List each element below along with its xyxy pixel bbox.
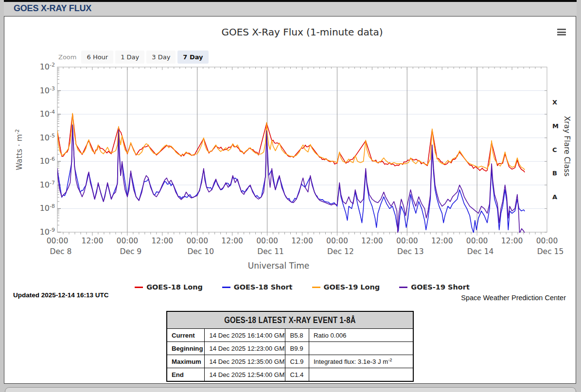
chart-legend: GOES-18 Long GOES-18 Short GOES-19 Long …: [57, 283, 547, 291]
svg-text:A: A: [552, 193, 557, 201]
table-row-beginning: Beginning 14 Dec 2025 12:23:00 GMT B9.9: [167, 342, 413, 355]
legend-item-goes18-short[interactable]: GOES-18 Short: [222, 283, 293, 291]
zoom-button-1-day[interactable]: 1 Day: [115, 51, 144, 64]
row-class: B9.9: [285, 342, 309, 355]
svg-text:00:00: 00:00: [256, 237, 278, 245]
table-row-current: Current 14 Dec 2025 16:14:00 GMT B5.8 Ra…: [167, 329, 413, 342]
row-time: 14 Dec 2025 12:23:00 GMT: [205, 342, 285, 355]
event-table-title: GOES-18 LATEST X-RAY EVENT 1-8Å: [167, 311, 413, 329]
svg-text:00:00: 00:00: [466, 237, 488, 245]
svg-text:Universal Time: Universal Time: [248, 261, 309, 271]
legend-item-goes19-long[interactable]: GOES-19 Long: [312, 283, 380, 291]
zoom-toolbar: Zoom 6 Hour 1 Day 3 Day 7 Day: [58, 51, 209, 64]
chart-title: GOES X-Ray Flux (1-minute data): [57, 26, 547, 38]
svg-text:Dec 12: Dec 12: [327, 247, 354, 256]
chart-menu-button[interactable]: [556, 29, 567, 38]
svg-text:00:00: 00:00: [117, 237, 139, 245]
svg-text:Dec 10: Dec 10: [187, 247, 214, 256]
row-class: C1.9: [285, 355, 309, 368]
legend-item-goes19-short[interactable]: GOES-19 Short: [399, 283, 470, 291]
legend-swatch-goes18-long: [135, 287, 143, 288]
svg-text:Dec 11: Dec 11: [257, 247, 284, 256]
svg-text:10-2: 10-2: [40, 62, 55, 71]
svg-text:10-7: 10-7: [40, 180, 55, 189]
row-label: Current: [167, 329, 205, 342]
svg-text:10-4: 10-4: [40, 109, 55, 119]
row-label: Beginning: [167, 342, 205, 355]
zoom-label: Zoom: [58, 53, 76, 61]
hamburger-icon: [557, 29, 566, 30]
table-row-maximum: Maximum 14 Dec 2025 12:35:00 GMT C1.9 In…: [167, 355, 413, 368]
svg-text:12:00: 12:00: [501, 237, 523, 245]
legend-swatch-goes18-short: [222, 287, 230, 288]
svg-text:10-5: 10-5: [40, 133, 55, 142]
svg-text:00:00: 00:00: [536, 237, 558, 245]
zoom-button-3-day[interactable]: 3 Day: [146, 51, 176, 64]
svg-text:X: X: [552, 99, 557, 106]
svg-text:Dec 15: Dec 15: [537, 247, 564, 256]
svg-text:12:00: 12:00: [431, 237, 453, 245]
svg-text:B: B: [552, 170, 557, 177]
legend-swatch-goes19-short: [399, 287, 407, 288]
svg-text:10-9: 10-9: [40, 227, 55, 237]
row-time: 14 Dec 2025 12:54:00 GMT: [205, 368, 285, 382]
svg-text:10-8: 10-8: [40, 203, 55, 213]
legend-label: GOES-18 Short: [234, 283, 293, 291]
svg-text:M: M: [552, 122, 559, 130]
row-info: [309, 342, 413, 355]
legend-label: GOES-18 Long: [146, 283, 203, 291]
svg-text:12:00: 12:00: [151, 237, 173, 245]
svg-text:Dec 13: Dec 13: [397, 247, 424, 256]
row-info: Integrated flux: 3.1e-3 J m-2: [309, 355, 413, 368]
svg-text:12:00: 12:00: [361, 237, 383, 245]
row-time: 14 Dec 2025 12:35:00 GMT: [205, 355, 285, 368]
hamburger-icon: [557, 34, 566, 35]
svg-text:00:00: 00:00: [186, 237, 208, 245]
row-time: 14 Dec 2025 16:14:00 GMT: [205, 329, 285, 342]
collapsed-section-bar[interactable]: [5, 387, 576, 392]
svg-text:12:00: 12:00: [221, 237, 243, 245]
legend-label: GOES-19 Long: [324, 283, 380, 291]
svg-text:12:00: 12:00: [82, 237, 104, 245]
row-class: C1.4: [285, 368, 309, 382]
credit-text: Space Weather Prediction Center: [461, 294, 566, 302]
svg-text:Dec 8: Dec 8: [50, 247, 72, 256]
legend-item-goes18-long[interactable]: GOES-18 Long: [135, 283, 203, 291]
svg-text:00:00: 00:00: [47, 237, 69, 245]
svg-text:C: C: [552, 146, 557, 153]
zoom-button-7-day[interactable]: 7 Day: [177, 51, 208, 64]
row-class: B5.8: [285, 329, 309, 342]
svg-text:Watts · m-2: Watts · m-2: [14, 129, 24, 170]
svg-text:12:00: 12:00: [291, 237, 313, 245]
svg-text:00:00: 00:00: [326, 237, 348, 245]
legend-swatch-goes19-long: [312, 287, 320, 288]
svg-text:Xray Flare Class: Xray Flare Class: [563, 116, 571, 177]
updated-timestamp: Updated 2025-12-14 16:13 UTC: [13, 291, 109, 299]
xray-event-table: GOES-18 LATEST X-RAY EVENT 1-8Å Current …: [166, 311, 414, 382]
legend-label: GOES-19 Short: [411, 283, 470, 291]
row-info: Ratio 0.006: [309, 329, 413, 342]
svg-text:00:00: 00:00: [396, 237, 418, 245]
hamburger-icon: [557, 32, 566, 33]
row-info: [309, 368, 413, 382]
svg-text:Dec 9: Dec 9: [120, 247, 141, 256]
svg-text:10-6: 10-6: [40, 156, 55, 166]
row-label: End: [167, 368, 205, 382]
zoom-button-6-hour[interactable]: 6 Hour: [81, 51, 113, 64]
svg-text:Dec 14: Dec 14: [467, 247, 494, 256]
table-row-end: End 14 Dec 2025 12:54:00 GMT C1.4: [167, 368, 413, 382]
row-label: Maximum: [167, 355, 205, 368]
svg-text:10-3: 10-3: [40, 85, 55, 95]
page: GOES X-RAY FLUX 10-210-310-410-510-610-7…: [0, 0, 581, 392]
